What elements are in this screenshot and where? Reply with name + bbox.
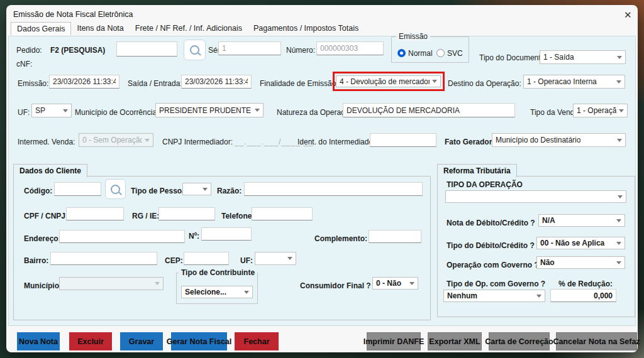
exportar-xml-button[interactable]: Exportar XML <box>428 332 482 350</box>
cpf-cnpj-input[interactable] <box>66 207 124 220</box>
tipo-debito-select[interactable]: 00 - Não se Aplica <box>536 237 625 249</box>
tipo-pessoa-label: Tipo de Pessoa: <box>131 187 189 195</box>
serie-input[interactable] <box>218 41 281 55</box>
tipo-operacao-select[interactable] <box>445 190 626 203</box>
destino-value: 1 - Operacao Interna <box>527 77 597 86</box>
tipo-documento-label: Tipo do Documento: <box>479 53 547 62</box>
telefone-label: Telefone: <box>221 212 254 220</box>
bairro-input[interactable] <box>50 252 157 265</box>
chevron-down-icon <box>616 80 621 84</box>
chevron-down-icon <box>145 139 150 142</box>
uf-cliente-label: UF: <box>240 256 253 265</box>
chevron-down-icon <box>255 109 260 112</box>
gerar-nota-fiscal-button[interactable]: Gerar Nota Fiscal <box>171 332 227 350</box>
tipo-venda-select[interactable]: 1 - Operação <box>573 104 628 117</box>
destino-select[interactable]: 1 - Operacao Interna <box>523 75 625 89</box>
endereco-label: Endereço: <box>24 234 61 243</box>
tab-dados-gerais[interactable]: Dados Gerais <box>11 22 71 35</box>
rg-ie-label: RG / IE: <box>132 212 159 220</box>
radio-svc[interactable] <box>436 49 445 57</box>
tipo-op-governo-select[interactable]: Nenhum <box>443 290 545 302</box>
consumidor-final-select[interactable]: 0 - Não <box>372 277 418 290</box>
tab-frete-nfref-inf-adicionais[interactable]: Frete / NF Ref. / Inf. Adicionais <box>130 22 248 35</box>
emissao-group-title: Emissão <box>396 32 430 41</box>
codigo-input[interactable] <box>54 182 101 196</box>
razao-input[interactable] <box>244 182 423 196</box>
chevron-down-icon <box>616 219 621 222</box>
chevron-down-icon <box>616 242 621 245</box>
carta-de-correcao-button[interactable]: Carta de Correção <box>489 332 550 350</box>
municipio-ocorrencia-select[interactable]: PRESIDENTE PRUDENTE <box>155 103 264 117</box>
finalidade-select[interactable]: 4 - Devolução de mercadoria <box>336 75 441 87</box>
cpf-cnpj-label: CPF / CNPJ: <box>24 212 68 220</box>
pedido-input[interactable] <box>116 41 177 57</box>
tipo-contribuinte-select[interactable]: Selecione... <box>181 286 253 298</box>
tab-pagamentos-impostos[interactable]: Pagamentos / Impostos Totais <box>248 22 364 35</box>
fechar-button[interactable]: Fechar <box>235 332 279 350</box>
tipo-documento-value: 1 - Saída <box>543 53 574 62</box>
nota-debito-label: Nota de Débito/Crédito ? <box>447 219 535 227</box>
finalidade-highlight: 4 - Devolução de mercadoria <box>333 72 445 91</box>
cep-input[interactable] <box>184 252 229 265</box>
cancelar-nota-sefaz-button[interactable]: Cancelar Nota na Sefaz <box>556 332 637 350</box>
intermed-venda-select[interactable]: 0 - Sem Operação <box>79 133 153 147</box>
codigo-label: Código: <box>24 187 52 195</box>
chevron-down-icon <box>618 195 623 198</box>
window-title: Emissão de Nota Fiscal Eletrônica <box>13 10 133 19</box>
cnf-label: cNF: <box>16 60 32 68</box>
bairro-label: Bairro: <box>24 256 48 265</box>
chevron-down-icon <box>203 188 208 191</box>
tipo-operacao-label: TIPO DA OPERAÇÃO <box>447 180 523 189</box>
radio-normal[interactable] <box>397 49 406 57</box>
chevron-down-icon <box>409 282 414 285</box>
uf-ocorrencia-value: SP <box>35 106 45 115</box>
chevron-down-icon <box>616 261 621 264</box>
radio-normal-label[interactable]: Normal <box>408 49 433 58</box>
endereco-input[interactable] <box>59 230 185 243</box>
operacao-governo-label: Operação com Governo ? <box>447 261 539 269</box>
uf-cliente-select[interactable] <box>255 252 296 265</box>
finalidade-value: 4 - Devolução de mercadoria <box>340 77 430 86</box>
data-emissao-input[interactable] <box>49 75 119 89</box>
fato-gerador-select[interactable]: Município do Destinatário <box>492 133 626 147</box>
complemento-input[interactable] <box>369 230 421 243</box>
numero-input[interactable] <box>316 41 384 55</box>
rg-ie-input[interactable] <box>158 207 215 220</box>
consumidor-final-label: Consumidor Final ? <box>300 281 371 290</box>
intermed-venda-label: Intermed. Venda: <box>18 138 75 146</box>
reducao-input[interactable] <box>550 289 616 302</box>
pedido-search-button[interactable] <box>184 40 206 60</box>
complemento-label: Complemento: <box>314 234 367 243</box>
chevron-down-icon <box>536 295 541 298</box>
chevron-down-icon <box>287 257 292 260</box>
ident-intermediador-input[interactable] <box>370 133 436 147</box>
tab-itens-da-nota[interactable]: Itens da Nota <box>71 22 129 35</box>
uf-ocorrencia-select[interactable]: SP <box>31 104 72 117</box>
desktop: Emissão de Nota Fiscal Eletrônica ✕ Dado… <box>0 0 644 358</box>
nova-nota-button[interactable]: Nova Nota <box>17 332 60 350</box>
tipo-pessoa-select[interactable] <box>182 183 211 195</box>
imprimir-danfe-button[interactable]: Imprimir DANFE <box>367 332 421 350</box>
gravar-button[interactable]: Gravar <box>120 332 163 350</box>
municipio-cliente-label: Município: <box>24 281 62 290</box>
fato-gerador-label: Fato Gerador: <box>445 138 494 146</box>
municipio-ocorrencia-label: Município de Ocorrência: <box>75 108 158 117</box>
excluir-button[interactable]: Excluir <box>69 332 112 350</box>
close-icon[interactable]: ✕ <box>620 8 636 22</box>
saida-entrada-input[interactable] <box>181 75 252 89</box>
numero-label: Número: <box>286 46 315 55</box>
tipo-contribuinte-title: Tipo de Contribuinte <box>179 268 257 277</box>
cliente-search-button[interactable] <box>105 179 126 199</box>
consumidor-final-value: 0 - Não <box>376 279 401 288</box>
nota-debito-select[interactable]: N/A <box>538 214 625 227</box>
natureza-input[interactable] <box>343 103 515 117</box>
nota-debito-value: N/A <box>542 216 555 225</box>
numero-endereco-input[interactable] <box>201 227 252 241</box>
tipo-documento-select[interactable]: 1 - Saída <box>540 50 626 64</box>
radio-svc-label[interactable]: SVC <box>447 49 463 58</box>
operacao-governo-select[interactable]: Não <box>536 256 625 269</box>
municipio-cliente-select[interactable] <box>59 277 164 290</box>
destino-label: Destino da Operação: <box>448 79 521 88</box>
telefone-input[interactable] <box>252 207 313 220</box>
numero-endereco-label: Nº: <box>189 232 199 241</box>
